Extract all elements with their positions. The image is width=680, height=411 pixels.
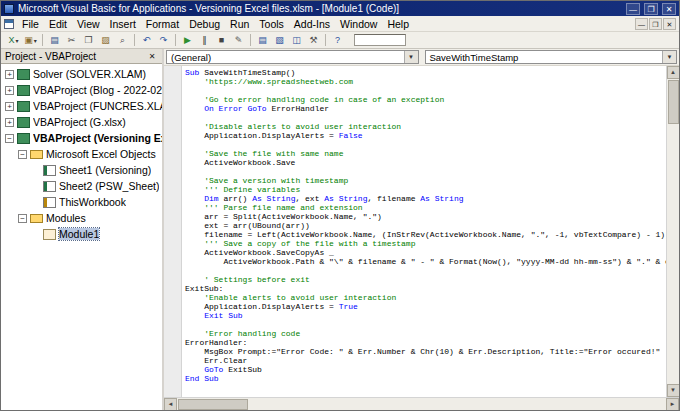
vertical-scroll-thumb[interactable] — [668, 80, 679, 124]
project-explorer-icon: ▤ — [258, 36, 267, 45]
code-margin-bar[interactable] — [164, 66, 182, 397]
save-button[interactable]: ▤ — [46, 33, 63, 48]
paste-icon: ▨ — [101, 36, 110, 45]
undo-button[interactable]: ↶ — [138, 33, 155, 48]
scroll-left-icon[interactable]: ◄ — [164, 398, 177, 411]
tree-item-label: Sheet2 (PSW_Sheet) — [59, 180, 159, 192]
properties-window-button[interactable]: ▧ — [271, 33, 288, 48]
redo-button[interactable]: ↷ — [155, 33, 172, 48]
cut-button[interactable]: ✂ — [63, 33, 80, 48]
menu-bar: FileEditViewInsertFormatDebugRunToolsAdd… — [1, 16, 679, 32]
tree-item-module1[interactable]: Module1 — [1, 226, 162, 242]
child-restore-button[interactable]: ❐ — [649, 18, 662, 30]
chevron-down-icon[interactable]: ▼ — [662, 51, 676, 63]
scroll-down-icon[interactable]: ▼ — [667, 384, 680, 397]
tree-item-sheet2-psw-sheet[interactable]: Sheet2 (PSW_Sheet) — [1, 178, 162, 194]
expand-icon[interactable]: + — [5, 118, 14, 127]
chevron-down-icon[interactable]: ▼ — [404, 51, 418, 63]
vb-app-icon — [4, 4, 14, 14]
tree-item-label: VBAProject (FUNCRES.XLAM) — [33, 100, 162, 112]
menu-item-tools[interactable]: Tools — [254, 17, 289, 31]
expand-icon[interactable]: + — [5, 70, 14, 79]
save-icon: ▤ — [50, 36, 59, 45]
child-minimize-button[interactable]: — — [635, 18, 648, 30]
tree-item-sheet1-versioning[interactable]: Sheet1 (Versioning) — [1, 162, 162, 178]
code-line: Sub SaveWithTimeStamp() — [185, 68, 666, 77]
code-line: ActiveWorkbook.Save — [185, 158, 666, 167]
menu-item-view[interactable]: View — [72, 17, 105, 31]
find-button[interactable]: ⌕ — [114, 33, 131, 48]
code-line: Err.Clear — [185, 356, 666, 365]
expand-icon[interactable]: + — [5, 86, 14, 95]
horizontal-scrollbar[interactable]: ◄ ► — [164, 397, 679, 410]
help-button[interactable]: ? — [329, 33, 346, 48]
project-explorer-button[interactable]: ▤ — [254, 33, 271, 48]
tree-item-thisworkbook[interactable]: ThisWorkbook — [1, 194, 162, 210]
code-editor[interactable]: Sub SaveWithTimeStamp() 'https://www.spr… — [182, 66, 666, 397]
tree-item-vbaproject-g-xlsx[interactable]: +VBAProject (G.xlsx) — [1, 114, 162, 130]
menu-item-help[interactable]: Help — [382, 17, 414, 31]
project-panel-close-button[interactable]: ✕ — [146, 52, 158, 61]
toolbox-button[interactable]: ⚒ — [305, 33, 322, 48]
code-window: (General) ▼ SaveWithTimeStamp ▼ Sub Save… — [164, 49, 679, 410]
maximize-button[interactable]: ❐ — [644, 3, 658, 15]
view-excel-button[interactable]: X▾ — [5, 33, 22, 48]
object-dropdown-value: (General) — [167, 52, 404, 63]
object-browser-button[interactable]: ◫ — [288, 33, 305, 48]
copy-icon: ❐ — [84, 36, 92, 45]
toolbar-separator — [250, 34, 251, 46]
reset-button[interactable]: ■ — [213, 33, 230, 48]
menu-item-add-ins[interactable]: Add-Ins — [289, 17, 335, 31]
dropdown-arrow-icon: ▾ — [16, 37, 19, 44]
paste-button[interactable]: ▨ — [97, 33, 114, 48]
redo-icon: ↷ — [160, 36, 168, 45]
object-dropdown[interactable]: (General) ▼ — [166, 50, 419, 64]
copy-button[interactable]: ❐ — [80, 33, 97, 48]
collapse-icon[interactable]: − — [18, 214, 27, 223]
collapse-icon[interactable]: − — [5, 134, 14, 143]
code-line: ''' Define variables — [185, 185, 666, 194]
child-close-button[interactable]: ✕ — [663, 18, 676, 30]
tree-item-solver-solver-xlam[interactable]: +Solver (SOLVER.XLAM) — [1, 66, 162, 82]
menu-item-insert[interactable]: Insert — [105, 17, 141, 31]
collapse-icon[interactable]: − — [18, 150, 27, 159]
minimize-button[interactable]: — — [626, 3, 640, 15]
menu-item-window[interactable]: Window — [335, 17, 382, 31]
tree-item-vbaproject-funcres-xlam[interactable]: +VBAProject (FUNCRES.XLAM) — [1, 98, 162, 114]
horizontal-scroll-thumb[interactable] — [178, 399, 248, 410]
code-line: 'Error handling code — [185, 329, 666, 338]
insert-userform-button[interactable]: ▣▾ — [22, 33, 39, 48]
break-button[interactable]: ∥ — [196, 33, 213, 48]
tree-item-label: Microsoft Excel Objects — [46, 148, 156, 160]
tree-item-modules[interactable]: −Modules — [1, 210, 162, 226]
title-bar: Microsoft Visual Basic for Applications … — [1, 1, 679, 16]
scroll-up-icon[interactable]: ▲ — [667, 66, 680, 79]
expand-icon[interactable]: + — [5, 102, 14, 111]
tree-item-vbaproject-versioning-excel-files[interactable]: −VBAProject (Versioning Excel files — [1, 130, 162, 146]
toolbar: X▾▣▾▤✂❐▨⌕↶↷▶∥■✎▤▧◫⚒? — [1, 32, 679, 49]
help-icon: ? — [335, 36, 340, 45]
tree-item-vbaproject-blog-2022-02-24-15[interactable]: +VBAProject (Blog - 2022-02-24 15 — [1, 82, 162, 98]
close-button[interactable]: ✕ — [662, 3, 676, 15]
project-panel-header: Project - VBAProject ✕ — [1, 49, 162, 64]
menu-item-run[interactable]: Run — [225, 17, 254, 31]
run-button[interactable]: ▶ — [179, 33, 196, 48]
view-excel-icon: X — [8, 36, 14, 45]
tree-item-microsoft-excel-objects[interactable]: −Microsoft Excel Objects — [1, 146, 162, 162]
scroll-right-icon[interactable]: ► — [666, 398, 679, 411]
tree-item-label: Module1 — [59, 228, 99, 240]
menu-item-file[interactable]: File — [17, 17, 44, 31]
undo-icon: ↶ — [143, 36, 151, 45]
vertical-scrollbar[interactable]: ▲ ▼ — [666, 66, 679, 397]
code-line: On Error GoTo ErrorHandler — [185, 104, 666, 113]
menu-item-edit[interactable]: Edit — [44, 17, 72, 31]
procedure-dropdown[interactable]: SaveWithTimeStamp ▼ — [425, 50, 678, 64]
menu-item-debug[interactable]: Debug — [184, 17, 225, 31]
break-icon: ∥ — [202, 36, 207, 45]
code-line: 'Go to error handling code in case of an… — [185, 95, 666, 104]
design-mode-button[interactable]: ✎ — [230, 33, 247, 48]
code-line: End Sub — [185, 374, 666, 383]
tree-item-label: VBAProject (Versioning Excel files — [33, 132, 162, 144]
menu-item-format[interactable]: Format — [141, 17, 184, 31]
project-icon — [17, 133, 30, 144]
